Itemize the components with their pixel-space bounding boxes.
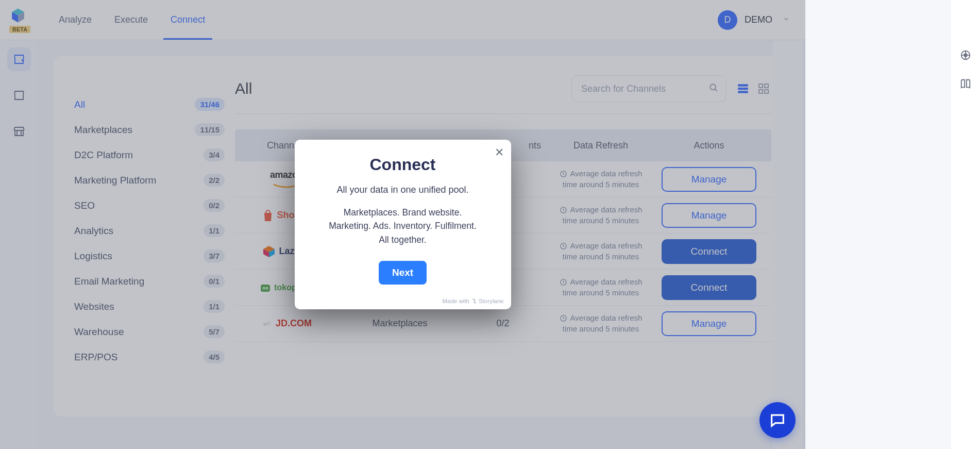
storylane-icon xyxy=(471,298,477,304)
chat-fab[interactable] xyxy=(759,402,796,438)
next-button[interactable]: Next xyxy=(379,261,427,285)
svg-point-28 xyxy=(964,54,967,57)
book-icon[interactable] xyxy=(960,78,971,92)
close-button[interactable]: ✕ xyxy=(495,146,504,159)
onboarding-modal: ✕ Connect All your data in one unified p… xyxy=(295,140,511,309)
modal-title: Connect xyxy=(310,155,496,174)
modal-subtitle: All your data in one unified pool. xyxy=(310,185,496,195)
chat-icon xyxy=(769,411,786,429)
help-icon[interactable] xyxy=(960,49,971,63)
modal-backdrop: ✕ Connect All your data in one unified p… xyxy=(0,0,805,449)
modal-body: Marketplaces. Brand website. Marketing. … xyxy=(310,206,496,246)
close-icon: ✕ xyxy=(495,146,504,159)
page-side-rail xyxy=(951,0,980,449)
modal-footer: Made with Storylane xyxy=(442,298,503,304)
